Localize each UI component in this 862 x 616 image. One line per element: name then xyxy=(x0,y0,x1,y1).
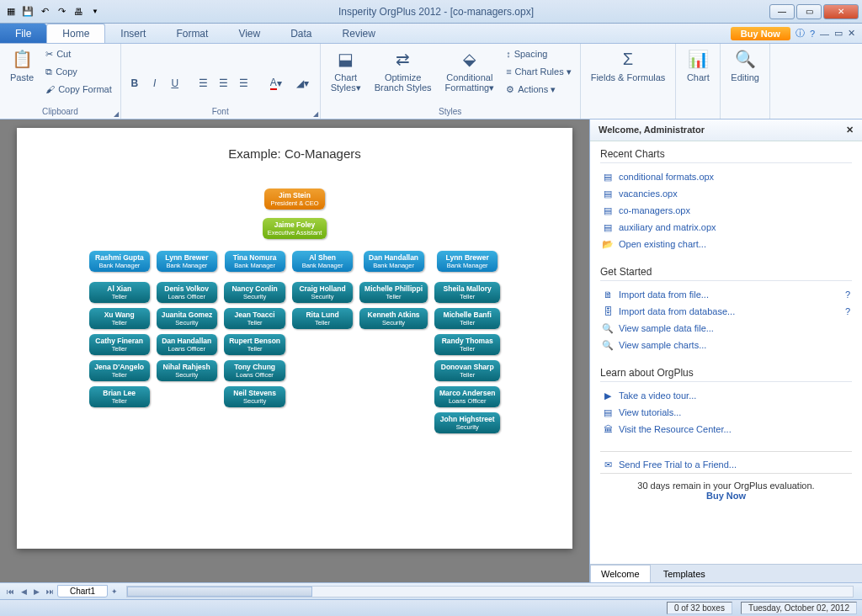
learn-link[interactable]: ▶Take a video tour... xyxy=(600,387,852,404)
editing-button[interactable]: 🔍Editing xyxy=(726,45,764,84)
org-node-emp[interactable]: Tony ChungLoans Officer xyxy=(224,360,285,381)
fields-formulas-button[interactable]: ΣFields & Formulas xyxy=(586,45,671,84)
org-node-emp[interactable]: Kenneth AtkinsSecurity xyxy=(359,308,428,329)
org-node-emp[interactable]: Craig HollandSecurity xyxy=(292,282,353,303)
org-node-emp[interactable]: Donovan SharpTeller xyxy=(434,360,500,381)
mdi-restore-icon[interactable]: ▭ xyxy=(834,28,843,39)
tab-data[interactable]: Data xyxy=(275,24,327,43)
org-node-emp[interactable]: Juanita GomezSecurity xyxy=(157,308,217,329)
org-node-mgr[interactable]: Dan HandallanBank Manager xyxy=(364,251,424,272)
sheet-tab[interactable]: Chart1 xyxy=(57,585,108,597)
send-trial-link[interactable]: ✉Send Free Trial to a Friend... xyxy=(600,451,852,473)
spacing-button[interactable]: ↕Spacing xyxy=(503,45,575,62)
buy-now-button[interactable]: Buy Now xyxy=(731,27,790,40)
recent-chart-link[interactable]: ▤co-managers.opx xyxy=(600,202,852,219)
tab-insert[interactable]: Insert xyxy=(105,24,161,43)
org-node-mgr[interactable]: Lynn BrewerBank Manager xyxy=(157,251,217,272)
org-node-emp[interactable]: Jean ToacciTeller xyxy=(224,308,285,329)
help-icon[interactable]: ? xyxy=(810,29,815,39)
sheet-nav-prev[interactable]: ◀ xyxy=(18,587,30,596)
org-node-emp[interactable]: Denis VolkovLoans Officer xyxy=(157,282,217,303)
close-button[interactable]: ✕ xyxy=(823,4,859,19)
getstarted-link[interactable]: 🔍View sample charts... xyxy=(600,337,852,353)
file-tab[interactable]: File xyxy=(0,24,46,43)
maximize-button[interactable]: ▭ xyxy=(796,4,822,19)
copy-button[interactable]: ⧉Copy xyxy=(42,63,115,80)
paste-button[interactable]: 📋 Paste xyxy=(5,45,39,84)
align-right-button[interactable]: ☰ xyxy=(236,75,253,92)
canvas-area[interactable]: Example: Co-Managers Jim SteinPresident … xyxy=(0,119,589,582)
learn-link[interactable]: ▤View tutorials... xyxy=(600,404,852,421)
tab-view[interactable]: View xyxy=(223,24,275,43)
align-left-button[interactable]: ☰ xyxy=(195,75,212,92)
side-panel-close-icon[interactable]: ✕ xyxy=(846,125,854,135)
getstarted-link[interactable]: 🔍View sample data file... xyxy=(600,320,852,337)
print-icon[interactable]: 🖶 xyxy=(71,4,86,19)
org-node-emp[interactable]: Michelle PhillippiTeller xyxy=(359,282,428,303)
sheet-nav-next[interactable]: ▶ xyxy=(30,587,43,596)
actions-button[interactable]: ⚙Actions ▾ xyxy=(503,81,575,98)
save-icon[interactable]: 💾 xyxy=(20,4,35,19)
recent-chart-link[interactable]: ▤auxiliary and matrix.opx xyxy=(600,219,852,236)
help-icon[interactable]: ? xyxy=(845,289,850,300)
eval-buy-link[interactable]: Buy Now xyxy=(706,491,746,501)
info-icon[interactable]: ⓘ xyxy=(795,27,805,40)
org-node-emp[interactable]: Rita LundTeller xyxy=(292,308,353,329)
tab-home[interactable]: Home xyxy=(46,24,105,43)
org-node-emp[interactable]: Al XianTeller xyxy=(89,282,150,303)
org-node-emp[interactable]: Marco AndersenLoans Officer xyxy=(434,386,500,407)
mdi-minimize-icon[interactable]: — xyxy=(820,29,829,39)
org-node-mgr[interactable]: Lynn BrewerBank Manager xyxy=(437,251,498,272)
optimize-branch-button[interactable]: ⇄Optimize Branch Styles xyxy=(370,45,437,94)
italic-button[interactable]: I xyxy=(146,75,163,92)
org-node-mgr[interactable]: Al ShenBank Manager xyxy=(292,251,353,272)
mdi-close-icon[interactable]: ✕ xyxy=(848,28,855,39)
new-sheet-icon[interactable]: ✦ xyxy=(108,587,121,596)
org-chart[interactable]: Jim SteinPresident & CEOJaime FoleyExecu… xyxy=(27,186,562,436)
org-node-emp[interactable]: Sheila MalloryTeller xyxy=(434,282,500,303)
org-node-emp[interactable]: Xu WangTeller xyxy=(89,308,150,329)
org-node-emp[interactable]: Brian LeeTeller xyxy=(89,386,150,407)
sheet-nav-last[interactable]: ⏭ xyxy=(43,587,57,596)
copy-format-button[interactable]: 🖌Copy Format xyxy=(42,81,115,98)
getstarted-link[interactable]: 🗎Import data from file...? xyxy=(600,286,852,303)
undo-icon[interactable]: ↶ xyxy=(37,4,52,19)
fill-color-button[interactable]: ◢▾ xyxy=(291,75,315,92)
minimize-button[interactable]: — xyxy=(769,4,795,19)
bold-button[interactable]: B xyxy=(126,75,143,92)
tab-format[interactable]: Format xyxy=(161,24,223,43)
org-node-emp[interactable]: Jena D'AngeloTeller xyxy=(89,360,150,381)
org-node-ceo[interactable]: Jim SteinPresident & CEO xyxy=(264,189,325,210)
org-node-emp[interactable]: Cathy FineranTeller xyxy=(89,334,150,355)
font-color-button[interactable]: A▾ xyxy=(264,75,288,92)
horizontal-scrollbar[interactable] xyxy=(126,586,854,597)
sheet-nav-first[interactable]: ⏮ xyxy=(3,587,18,596)
sp-tab-welcome[interactable]: Welcome xyxy=(590,565,651,582)
chart-styles-button[interactable]: ⬓Chart Styles▾ xyxy=(326,45,366,94)
org-node-emp[interactable]: Dan HandallanLoans Officer xyxy=(157,334,217,355)
font-dialog-launcher[interactable]: ◢ xyxy=(313,110,318,118)
cut-button[interactable]: ✂Cut xyxy=(42,45,115,62)
qat-dropdown-icon[interactable]: ▼ xyxy=(88,4,103,19)
org-node-emp[interactable]: Nihal RahjeshSecurity xyxy=(157,360,217,381)
tab-review[interactable]: Review xyxy=(327,24,391,43)
org-node-emp[interactable]: Rupert BensonTeller xyxy=(224,334,285,355)
org-node-mgr[interactable]: Rashmi GuptaBank Manager xyxy=(89,251,150,272)
clipboard-dialog-launcher[interactable]: ◢ xyxy=(114,110,119,118)
chart-button[interactable]: 📊Chart xyxy=(681,45,715,84)
scroll-thumb[interactable] xyxy=(127,587,312,597)
org-node-mgr[interactable]: Tina NomuraBank Manager xyxy=(225,251,285,272)
org-node-emp[interactable]: Michelle BanfiTeller xyxy=(434,308,500,329)
org-node-emp[interactable]: Randy ThomasTeller xyxy=(434,334,500,355)
org-node-emp[interactable]: John HighstreetSecurity xyxy=(434,412,500,433)
chart-rules-button[interactable]: ≡Chart Rules ▾ xyxy=(503,63,575,80)
redo-icon[interactable]: ↷ xyxy=(54,4,69,19)
learn-link[interactable]: 🏛Visit the Resource Center... xyxy=(600,421,852,438)
sp-tab-templates[interactable]: Templates xyxy=(652,565,716,582)
underline-button[interactable]: U xyxy=(167,75,184,92)
align-center-button[interactable]: ☰ xyxy=(216,75,232,92)
app-icon[interactable]: ▦ xyxy=(3,4,19,19)
open-existing-link[interactable]: 📂Open existing chart... xyxy=(600,236,852,252)
help-icon[interactable]: ? xyxy=(845,306,850,316)
conditional-formatting-button[interactable]: ⬙Conditional Formatting▾ xyxy=(440,45,500,94)
